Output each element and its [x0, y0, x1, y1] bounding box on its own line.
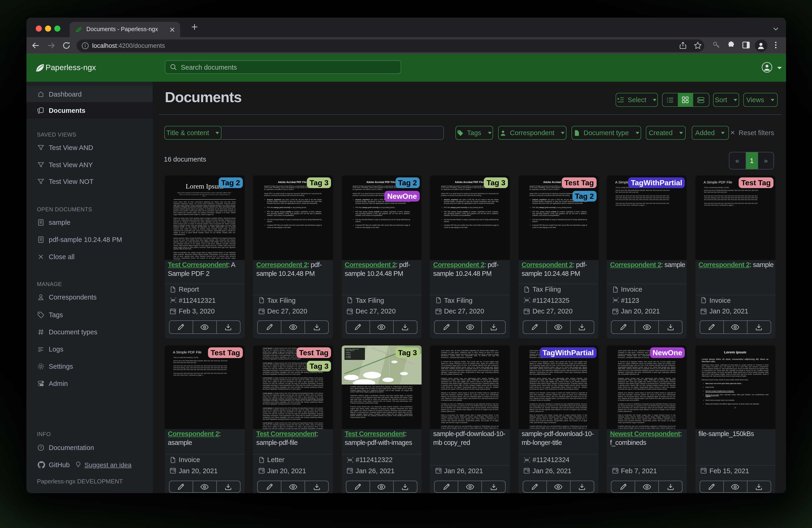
svg-text:?: ? — [40, 445, 42, 450]
